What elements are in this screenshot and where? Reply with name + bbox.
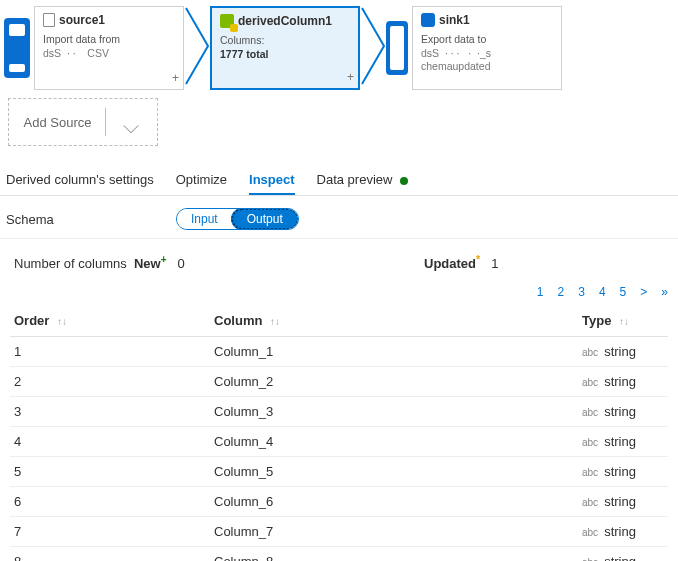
source-dataset-icon [4, 18, 30, 78]
tab-inspect[interactable]: Inspect [249, 172, 295, 195]
database-icon [421, 13, 435, 27]
sort-icon: ↑↓ [270, 318, 280, 326]
table-row[interactable]: 3Column_3abcstring [10, 397, 668, 427]
type-icon: abc [582, 407, 598, 418]
schema-toggle-output[interactable]: Output [231, 208, 299, 230]
sink-dataset-icon [386, 21, 408, 75]
cell-column: Column_3 [210, 397, 578, 427]
cell-type: abcstring [578, 367, 668, 397]
flow-arrow [360, 6, 386, 90]
flow-node-derived[interactable]: derivedColumn1 Columns: 1777 total + [210, 6, 360, 90]
add-source-button[interactable]: Add Source [8, 98, 158, 146]
type-icon: abc [582, 557, 598, 561]
cell-type: abcstring [578, 427, 668, 457]
flow-arrow [184, 6, 210, 90]
tab-settings[interactable]: Derived column's settings [6, 172, 154, 195]
node-title: source1 [59, 13, 105, 27]
node-title: sink1 [439, 13, 470, 27]
sort-icon: ↑↓ [57, 318, 67, 326]
cell-column: Column_7 [210, 517, 578, 547]
num-columns-label: Number of columns [14, 256, 127, 271]
cell-order: 4 [10, 427, 210, 457]
page-link[interactable]: 5 [620, 285, 627, 299]
cell-type: abcstring [578, 487, 668, 517]
add-branch-icon[interactable]: + [347, 70, 354, 84]
cell-column: Column_5 [210, 457, 578, 487]
new-label: New [134, 256, 161, 271]
cell-column: Column_6 [210, 487, 578, 517]
pagination: 12345>» [0, 281, 678, 305]
cell-column: Column_2 [210, 367, 578, 397]
page-link[interactable]: 1 [537, 285, 544, 299]
node-line1: Export data to [421, 33, 553, 47]
cell-order: 1 [10, 337, 210, 367]
table-row[interactable]: 1Column_1abcstring [10, 337, 668, 367]
tab-data-preview[interactable]: Data preview [317, 172, 409, 195]
schema-toggle-input[interactable]: Input [177, 209, 232, 229]
cell-column: Column_1 [210, 337, 578, 367]
page-link[interactable]: > [640, 285, 647, 299]
node-value: 1777 total [220, 48, 350, 62]
updated-count: 1 [491, 256, 498, 271]
cell-order: 7 [10, 517, 210, 547]
page-link[interactable]: 4 [599, 285, 606, 299]
sort-icon: ↑↓ [619, 318, 629, 326]
type-icon: abc [582, 527, 598, 538]
table-row[interactable]: 8Column_8abcstring [10, 547, 668, 561]
add-source-label: Add Source [24, 115, 92, 130]
cell-order: 2 [10, 367, 210, 397]
table-row[interactable]: 2Column_2abcstring [10, 367, 668, 397]
type-icon: abc [582, 347, 598, 358]
node-label: Columns: [220, 34, 350, 48]
tab-bar: Derived column's settings Optimize Inspe… [0, 146, 678, 196]
cell-type: abcstring [578, 397, 668, 427]
add-branch-icon[interactable]: + [172, 71, 179, 85]
new-count: 0 [177, 256, 184, 271]
flow-canvas: source1 Import data from dsS · · CSV + d… [0, 0, 678, 90]
col-header-order[interactable]: Order ↑↓ [10, 305, 210, 337]
col-header-type[interactable]: Type ↑↓ [578, 305, 668, 337]
table-row[interactable]: 4Column_4abcstring [10, 427, 668, 457]
table-row[interactable]: 6Column_6abcstring [10, 487, 668, 517]
tab-optimize[interactable]: Optimize [176, 172, 227, 195]
cell-type: abcstring [578, 337, 668, 367]
node-line2b: CSV [87, 47, 109, 59]
file-icon [43, 13, 55, 27]
table-row[interactable]: 5Column_5abcstring [10, 457, 668, 487]
node-title: derivedColumn1 [238, 14, 332, 28]
schema-toggle: Input Output [176, 208, 299, 230]
schema-label: Schema [6, 212, 176, 227]
cell-type: abcstring [578, 457, 668, 487]
chevron-down-icon [116, 102, 147, 133]
col-header-column[interactable]: Column ↑↓ [210, 305, 578, 337]
node-line2a: dsS [43, 47, 61, 59]
page-link[interactable]: » [661, 285, 668, 299]
derived-column-icon [220, 14, 234, 28]
node-line1: Import data from [43, 33, 175, 47]
column-stats: Number of columns New+ 0 Updated* 1 [0, 239, 678, 281]
type-icon: abc [582, 377, 598, 388]
table-row[interactable]: 7Column_7abcstring [10, 517, 668, 547]
page-link[interactable]: 3 [578, 285, 585, 299]
type-icon: abc [582, 467, 598, 478]
type-icon: abc [582, 437, 598, 448]
plus-icon: + [161, 254, 167, 265]
cell-type: abcstring [578, 547, 668, 561]
page-link[interactable]: 2 [558, 285, 565, 299]
cell-order: 5 [10, 457, 210, 487]
updated-label: Updated [424, 256, 476, 271]
columns-table: Order ↑↓ Column ↑↓ Type ↑↓ 1Column_1abcs… [10, 305, 668, 561]
flow-node-sink[interactable]: sink1 Export data to dsS · · · · ·_s che… [412, 6, 562, 90]
cell-order: 6 [10, 487, 210, 517]
cell-column: Column_8 [210, 547, 578, 561]
node-line3: chemaupdated [421, 60, 553, 74]
star-icon: * [476, 253, 480, 265]
type-icon: abc [582, 497, 598, 508]
divider [105, 108, 106, 136]
node-line2a: dsS [421, 47, 439, 59]
schema-bar: Schema Input Output [0, 196, 678, 239]
cell-order: 3 [10, 397, 210, 427]
cell-column: Column_4 [210, 427, 578, 457]
status-dot-icon [400, 177, 408, 185]
flow-node-source[interactable]: source1 Import data from dsS · · CSV + [34, 6, 184, 90]
